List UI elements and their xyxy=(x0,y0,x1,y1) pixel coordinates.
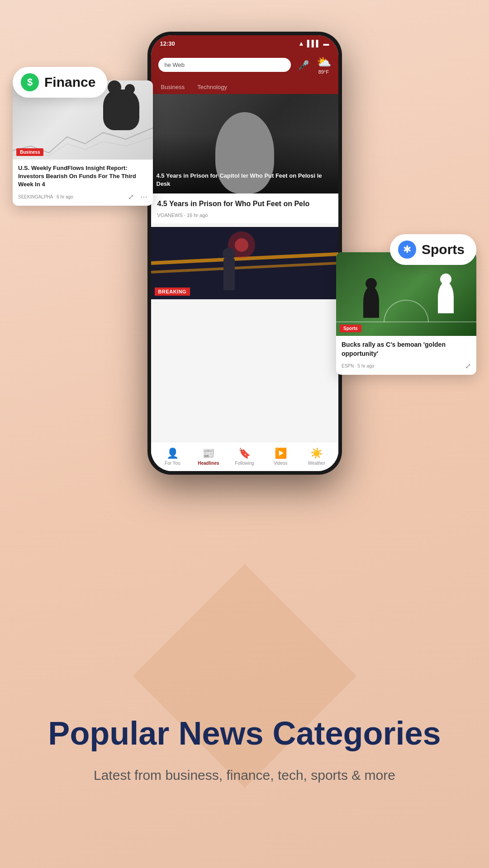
more-icon[interactable]: ⋯ xyxy=(140,193,147,201)
status-bar: 12:30 ▲ ▌▌▌ ▬ xyxy=(151,35,338,52)
weather-widget: ⛅ 89°F xyxy=(317,55,331,75)
finance-card-source: SEEKINGALPHA · 6 hr ago xyxy=(18,194,73,199)
tab-business[interactable]: Business xyxy=(155,80,191,94)
nav-videos-label: Videos xyxy=(274,461,287,466)
breaking-badge: BREAKING xyxy=(155,288,190,296)
person-icon: 👤 xyxy=(166,448,179,459)
nav-for-you-label: For You xyxy=(165,461,180,466)
news-content: 4.5 Years in Prison for Capitol ler Who … xyxy=(151,94,338,441)
news-title-overlay: 4.5 Years in Prison for Capitol ler Who … xyxy=(151,166,338,193)
sports-card-source: ESPN · 5 hr ago xyxy=(342,363,374,368)
crime-image: BREAKING xyxy=(151,227,338,299)
status-icons: ▲ ▌▌▌ ▬ xyxy=(298,40,329,47)
cloud-icon: ⛅ xyxy=(317,55,331,69)
sun-icon: ☀️ xyxy=(310,448,323,459)
sports-card: Sports Bucks rally as C's bemoan 'golden… xyxy=(336,252,476,375)
news-headline: 4.5 Years in Prison for Who Put Feet on … xyxy=(157,199,332,209)
sports-card-title: Bucks rally as C's bemoan 'golden opport… xyxy=(342,340,471,358)
sports-tag: Sports xyxy=(340,325,361,332)
battery-icon: ▬ xyxy=(323,40,329,47)
page-main-title: Popular News Categories xyxy=(48,716,441,751)
sports-share-icon[interactable]: ⤢ xyxy=(465,362,471,370)
nav-for-you[interactable]: 👤 For You xyxy=(155,448,191,466)
nav-following-label: Following xyxy=(235,461,254,466)
card-actions: ⤢ ⋯ xyxy=(128,193,147,201)
svg-point-6 xyxy=(223,248,235,260)
tab-technology[interactable]: Technology xyxy=(191,80,233,94)
finance-badge: $ Finance xyxy=(13,67,107,98)
sports-card-body: Bucks rally as C's bemoan 'golden opport… xyxy=(336,336,476,375)
nav-videos[interactable]: ▶️ Videos xyxy=(262,448,299,466)
category-tabs: Business Technology xyxy=(151,80,338,94)
nav-weather[interactable]: ☀️ Weather xyxy=(299,448,335,466)
player2 xyxy=(438,282,454,313)
nav-headlines[interactable]: 📰 Headlines xyxy=(190,448,227,466)
wifi-icon: ▲ xyxy=(298,40,304,47)
finance-badge-label: Finance xyxy=(44,75,95,90)
news-card-body: 4.5 Years in Prison for Who Put Feet on … xyxy=(151,193,338,223)
finance-card-meta: SEEKINGALPHA · 6 hr ago ⤢ ⋯ xyxy=(18,193,147,201)
news-card-capitol[interactable]: 4.5 Years in Prison for Capitol ler Who … xyxy=(151,94,338,223)
bear-silhouette xyxy=(103,90,139,130)
sports-card-meta: ESPN · 5 hr ago ⤢ xyxy=(342,362,471,370)
share-icon[interactable]: ⤢ xyxy=(128,193,134,201)
court-arc xyxy=(384,300,429,322)
search-bar[interactable]: he Web xyxy=(158,58,291,72)
search-text: he Web xyxy=(165,61,185,68)
svg-rect-5 xyxy=(223,259,235,290)
sports-badge: ✱ Sports xyxy=(390,234,476,265)
news-card-crime[interactable]: BREAKING xyxy=(151,227,338,299)
app-header: he Web 🎤 ⛅ 89°F xyxy=(151,52,338,80)
bookmark-icon: 🔖 xyxy=(238,448,251,459)
player1 xyxy=(363,286,379,318)
news-meta: VOANEWS · 16 hr ago xyxy=(157,212,332,218)
news-card-capitol-image: 4.5 Years in Prison for Capitol ler Who … xyxy=(151,94,338,193)
play-icon: ▶️ xyxy=(275,448,287,459)
finance-card: Business U.S. Weekly FundFlows Insight R… xyxy=(13,80,153,206)
weather-temp: 89°F xyxy=(318,69,329,75)
article-icon: 📰 xyxy=(202,448,214,459)
business-tag: Business xyxy=(16,148,43,156)
phone-device: 12:30 ▲ ▌▌▌ ▬ he Web 🎤 ⛅ 89°F Business xyxy=(147,32,342,475)
dollar-icon: $ xyxy=(21,73,39,91)
status-time: 12:30 xyxy=(160,40,175,47)
finance-card-body: U.S. Weekly FundFlows Insight Report: In… xyxy=(13,160,153,206)
nav-weather-label: Weather xyxy=(308,461,325,466)
nav-following[interactable]: 🔖 Following xyxy=(227,448,263,466)
svg-point-4 xyxy=(235,238,248,252)
bottom-nav: 👤 For You 📰 Headlines 🔖 Following ▶️ Vid… xyxy=(151,442,338,471)
page-text-section: Popular News Categories Latest from busi… xyxy=(0,633,489,868)
nav-headlines-label: Headlines xyxy=(198,461,219,466)
page-sub-title: Latest from business, finance, tech, spo… xyxy=(94,765,395,785)
sports-badge-label: Sports xyxy=(422,242,465,257)
phone-screen: 12:30 ▲ ▌▌▌ ▬ he Web 🎤 ⛅ 89°F Business xyxy=(151,35,338,471)
mic-button[interactable]: 🎤 xyxy=(295,57,312,73)
finance-card-title: U.S. Weekly FundFlows Insight Report: In… xyxy=(18,164,147,189)
signal-icon: ▌▌▌ xyxy=(307,40,321,47)
sports-icon: ✱ xyxy=(398,241,416,259)
